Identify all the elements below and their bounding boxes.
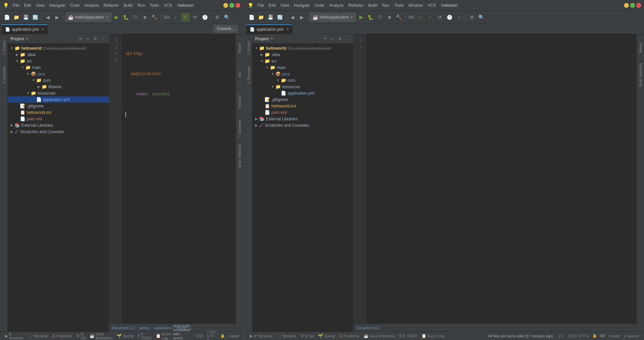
toolbar-back-btn-left[interactable]: ◀	[43, 13, 52, 22]
status-problems-right[interactable]: ⚠ Problems	[337, 332, 361, 340]
status-branch-left[interactable]: master	[226, 334, 242, 338]
vtab-db-left[interactable]: 7: Database	[236, 115, 243, 142]
tree-main-right[interactable]: ▼ 📁 main	[252, 64, 353, 71]
left-editor-content[interactable]: 1 2 3 4 spring: application:	[109, 34, 236, 323]
right-editor-content[interactable]: 1 2	[354, 34, 636, 323]
toolbar-refresh-btn-right[interactable]: 🔄	[275, 13, 284, 22]
git-check-btn-left[interactable]: ✓	[171, 13, 180, 22]
toolbar-build-btn-left[interactable]: 🔨	[150, 13, 159, 22]
menu-edit-left[interactable]: Edit	[22, 2, 33, 8]
status-services-left[interactable]: ▶ 8: Services	[3, 332, 25, 340]
status-todo-right[interactable]: 6 6: TODO	[397, 332, 419, 340]
toolbar-search-btn-right[interactable]: 🔍	[477, 13, 486, 22]
toolbar-stop-btn-right[interactable]: ■	[385, 13, 394, 22]
menu-analyze-right[interactable]: Analyze	[327, 2, 346, 8]
left-minimize-btn[interactable]: –	[223, 3, 228, 8]
vtab-project-right[interactable]: 1: Project	[245, 34, 252, 61]
toolbar-settings-btn-left[interactable]: ⚙	[213, 13, 222, 22]
toolbar-save-btn-right[interactable]: 💾	[266, 13, 275, 22]
sidebar-gear-btn-right[interactable]: ⚙	[337, 35, 343, 42]
menu-tools-left[interactable]: Tools	[148, 2, 161, 8]
right-maximize-btn[interactable]: □	[630, 3, 635, 8]
tree-src-right[interactable]: ▼ 📁 src	[252, 58, 353, 64]
status-pos-right[interactable]: 2:1	[556, 334, 566, 338]
right-close-btn[interactable]: ✕	[636, 3, 641, 8]
toolbar-new-btn-right[interactable]: 📄	[247, 13, 256, 22]
status-problems-left[interactable]: ⚠ Problems	[50, 332, 74, 340]
menu-build-right[interactable]: Build	[366, 2, 379, 8]
right-minimize-btn[interactable]: –	[624, 3, 629, 8]
tree-extlibs-left[interactable]: ▶ 📚 External Libraries	[8, 122, 109, 128]
left-code-area[interactable]: spring: application: name: xiaobai	[121, 34, 236, 323]
menu-file-right[interactable]: File	[255, 2, 266, 8]
toolbar-open-btn-right[interactable]: 📁	[256, 13, 265, 22]
left-active-tab[interactable]: 📄 application.yml ✕	[2, 24, 48, 34]
toolbar-search-btn-left[interactable]: 🔍	[223, 13, 231, 22]
tree-pom-left[interactable]: ▶ 📄 pom.xml	[8, 116, 109, 122]
git-update-btn-right[interactable]: ⟳	[436, 13, 444, 22]
sidebar-sync-btn-left[interactable]: ⟳	[77, 35, 84, 42]
menu-run-left[interactable]: Run	[135, 2, 147, 8]
status-terminal-right[interactable]: ⬛ Terminal	[274, 332, 298, 340]
menu-edit-right[interactable]: Edit	[267, 2, 278, 8]
status-eventlog-right[interactable]: 📋 Event Log	[419, 332, 446, 340]
vtab-maven-left[interactable]: Maven	[236, 34, 243, 61]
git-history-btn-left[interactable]: 🕐	[201, 13, 209, 22]
run-config-left[interactable]: ☕ HelloApplication ▼	[65, 13, 112, 22]
status-enc-right[interactable]: CRLF UTF-8	[566, 334, 591, 338]
tree-com-left[interactable]: ▼ 📁 com	[8, 77, 109, 83]
menu-window-right[interactable]: Window	[406, 2, 425, 8]
left-tab-close[interactable]: ✕	[42, 27, 44, 31]
toolbar-stop-btn-left[interactable]: ■	[141, 13, 149, 22]
vtab-art-left[interactable]: Ant	[236, 61, 243, 88]
status-spring-right[interactable]: 🌱 Spring	[316, 332, 337, 340]
toolbar-settings-btn-right[interactable]: ⚙	[468, 13, 476, 22]
toolbar-back-btn-right[interactable]: ◀	[288, 13, 297, 22]
tree-resources-left[interactable]: ▼ 📁 resources	[8, 90, 109, 96]
vtab-favorites-right[interactable]: 2: Favorites	[245, 61, 252, 88]
run-coverage-btn-left[interactable]: 🛡	[131, 13, 140, 22]
status-git-left[interactable]: ⑨ 9: Git	[74, 332, 88, 340]
menu-analyze-left[interactable]: Analyze	[82, 2, 101, 8]
git-update-btn-left[interactable]: ⟳	[191, 13, 200, 22]
tree-java-right[interactable]: ▼ 📦 java	[252, 71, 353, 77]
tree-resources-right[interactable]: ▼ 📁 resources	[252, 83, 353, 90]
status-enc-left[interactable]: CRLF UTF-8	[205, 330, 219, 340]
status-eventlog-left[interactable]: 📋 Event Log	[154, 332, 173, 340]
toolbar-save-btn-left[interactable]: 💾	[21, 13, 30, 22]
menu-file-left[interactable]: File	[11, 2, 21, 8]
vtab-beanval-right[interactable]: Bean Validation	[637, 61, 644, 88]
menu-tools-right[interactable]: Tools	[392, 2, 406, 8]
toolbar-open-btn-left[interactable]: 📁	[12, 13, 21, 22]
menu-vcs-right[interactable]: VCS	[425, 2, 438, 8]
git-check-btn-right[interactable]: ✓	[416, 13, 425, 22]
right-tab-close[interactable]: ✕	[286, 27, 289, 31]
status-todo-left[interactable]: 6 6: TODO	[135, 332, 153, 340]
menu-refactor-right[interactable]: Refactor	[346, 2, 366, 8]
vtab-project-left[interactable]: 1: Project	[0, 34, 8, 61]
breadcrumb-spring-left[interactable]: spring:	[139, 326, 150, 330]
toolbar-build-btn-right[interactable]: 🔨	[395, 13, 403, 22]
debug-btn-right[interactable]: 🐛	[366, 13, 375, 22]
sidebar-collapse-btn-right[interactable]: ≡	[329, 35, 336, 42]
tree-scratches-right[interactable]: ▶ 🖊 Scratches and Consoles	[252, 122, 353, 128]
left-close-btn[interactable]: ✕	[236, 3, 240, 8]
tree-pom-right[interactable]: ▶ 📄 pom.xml	[252, 109, 353, 116]
status-pos-left[interactable]: 3:18	[194, 334, 205, 338]
tree-root-left[interactable]: ▼ 📁 helloworld D:\code\xiaobai\helloworl…	[8, 45, 109, 51]
run-coverage-btn-right[interactable]: 🛡	[376, 13, 385, 22]
tree-extlibs-right[interactable]: ▶ 📚 External Libraries	[252, 116, 353, 122]
tree-appyml-right[interactable]: ▶ 📄 application.yml	[252, 90, 353, 96]
tree-iml-left[interactable]: ▶ 📋 helloworld.iml	[8, 109, 109, 116]
status-terminal-left[interactable]: ⬛ Terminal	[25, 332, 50, 340]
breadcrumb-doc-left[interactable]: Document 1/1	[112, 326, 135, 330]
git-extra-btn-right[interactable]: ↕	[455, 13, 464, 22]
tree-iml-right[interactable]: ▶ 📋 helloworld.iml	[252, 103, 353, 109]
toolbar-forward-btn-left[interactable]: ▶	[53, 13, 61, 22]
tree-appyml-left[interactable]: ▶ 📄 application.yml	[8, 96, 109, 103]
vtab-maven-right[interactable]: Maven	[637, 34, 644, 61]
run-btn-right[interactable]: ▶	[357, 13, 366, 22]
breadcrumb-doc-right[interactable]: Document 1/1	[356, 326, 379, 330]
sidebar-collapse-btn-left[interactable]: ≡	[84, 35, 91, 42]
tree-scratches-left[interactable]: ▶ 🖊 Scratches and Consoles	[8, 128, 109, 135]
